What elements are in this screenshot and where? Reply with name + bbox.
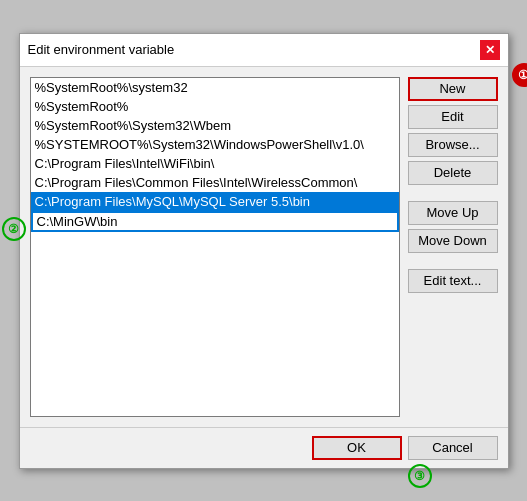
title-bar: Edit environment variable ✕ [20, 34, 508, 67]
edit-button[interactable]: Edit [408, 105, 498, 129]
move-down-button[interactable]: Move Down [408, 229, 498, 253]
ok-button[interactable]: OK [312, 436, 402, 460]
edit-env-dialog: Edit environment variable ✕ ② %SystemRoo… [19, 33, 509, 469]
list-item-selected[interactable]: C:\Program Files\MySQL\MySQL Server 5.5\… [31, 192, 399, 211]
spacer2 [408, 257, 498, 265]
cancel-button[interactable]: Cancel [408, 436, 498, 460]
annotation-circle-2: ② [2, 217, 26, 241]
new-button[interactable]: New [408, 77, 498, 101]
list-container: ② %SystemRoot%\system32 %SystemRoot% %Sy… [30, 77, 400, 417]
list-item[interactable]: %SystemRoot%\system32 [31, 78, 399, 97]
list-item[interactable]: %SystemRoot%\System32\Wbem [31, 116, 399, 135]
buttons-panel: ① New Edit Browse... Delete Move Up Move… [408, 77, 498, 417]
list-item[interactable]: %SystemRoot% [31, 97, 399, 116]
list-item[interactable]: %SYSTEMROOT%\System32\WindowsPowerShell\… [31, 135, 399, 154]
list-item-editing[interactable] [31, 211, 399, 232]
list-item[interactable]: C:\Program Files\Common Files\Intel\Wire… [31, 173, 399, 192]
annotation-circle-1: ① [512, 63, 528, 87]
delete-button[interactable]: Delete [408, 161, 498, 185]
dialog-body: ② %SystemRoot%\system32 %SystemRoot% %Sy… [20, 67, 508, 427]
list-item[interactable]: C:\Program Files\Intel\WiFi\bin\ [31, 154, 399, 173]
move-up-button[interactable]: Move Up [408, 201, 498, 225]
annotation-circle-3: ③ [408, 464, 432, 488]
edit-text-button[interactable]: Edit text... [408, 269, 498, 293]
browse-button[interactable]: Browse... [408, 133, 498, 157]
list-box[interactable]: %SystemRoot%\system32 %SystemRoot% %Syst… [30, 77, 400, 417]
dialog-footer: ③ OK Cancel [20, 427, 508, 468]
spacer1 [408, 189, 498, 197]
list-item-input[interactable] [33, 213, 397, 230]
dialog-title: Edit environment variable [28, 42, 175, 57]
close-button[interactable]: ✕ [480, 40, 500, 60]
